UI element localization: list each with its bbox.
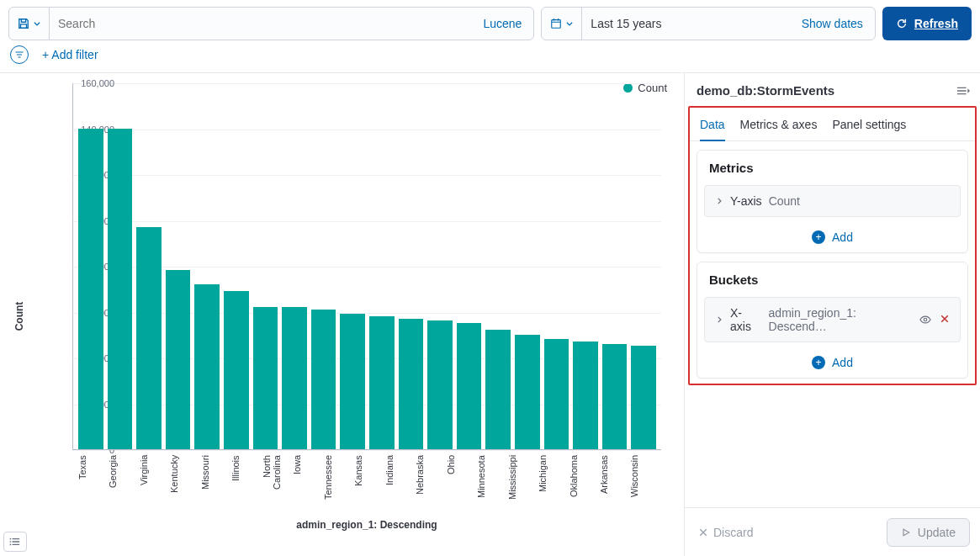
x-tick-label: Ohio bbox=[446, 455, 472, 514]
chart-bar[interactable] bbox=[253, 307, 278, 449]
bucket-value: admin_region_1: Descend… bbox=[769, 306, 913, 333]
x-tick-label: Wisconsin bbox=[629, 455, 655, 514]
add-filter-button[interactable]: + Add filter bbox=[42, 48, 98, 61]
x-tick-label: Iowa bbox=[292, 455, 318, 514]
query-language-button[interactable]: Lucene bbox=[471, 8, 533, 40]
chart-panel: Count Count 020,00040,00060,00080,000100… bbox=[0, 73, 684, 556]
search-input[interactable] bbox=[50, 8, 471, 40]
x-tick-label: Missouri bbox=[200, 455, 226, 514]
buckets-heading: Buckets bbox=[697, 262, 967, 292]
tab-metrics-axes[interactable]: Metrics & axes bbox=[740, 113, 818, 140]
chart-bar[interactable] bbox=[602, 344, 628, 449]
refresh-button[interactable]: Refresh bbox=[882, 7, 972, 40]
filter-icon bbox=[14, 50, 24, 60]
plus-circle-icon: + bbox=[812, 356, 825, 369]
chart-bar[interactable] bbox=[369, 316, 395, 449]
close-icon bbox=[698, 527, 708, 537]
time-picker-button[interactable] bbox=[542, 8, 582, 40]
update-button[interactable]: Update bbox=[887, 518, 970, 547]
svg-point-3 bbox=[10, 544, 12, 546]
collapse-panel-button[interactable] bbox=[956, 86, 970, 96]
x-tick-label: Nebraska bbox=[415, 455, 441, 514]
chevron-right-icon bbox=[715, 197, 723, 205]
x-tick-label: Mississippi bbox=[507, 455, 533, 514]
x-tick-label: Michigan bbox=[538, 455, 564, 514]
saved-query-button[interactable] bbox=[9, 8, 50, 40]
chart-bar[interactable] bbox=[136, 227, 162, 449]
chart-bar[interactable] bbox=[194, 284, 220, 449]
bucket-label: X-axis bbox=[730, 306, 762, 333]
list-icon bbox=[9, 537, 21, 547]
x-tick-label: Texas bbox=[77, 455, 103, 514]
add-metric-button[interactable]: + Add bbox=[697, 224, 967, 252]
chart-bar[interactable] bbox=[427, 320, 453, 449]
x-tick-label: Virginia bbox=[139, 455, 165, 514]
x-tick-label: Georgia bbox=[108, 455, 134, 514]
x-tick-label: Minnesota bbox=[476, 455, 502, 514]
tab-panel-settings[interactable]: Panel settings bbox=[832, 113, 906, 140]
collapse-icon bbox=[956, 86, 970, 96]
play-icon bbox=[901, 527, 911, 537]
eye-icon bbox=[919, 314, 931, 326]
remove-bucket-button[interactable] bbox=[940, 314, 950, 326]
chart-bar[interactable] bbox=[282, 307, 307, 449]
chart-bar[interactable] bbox=[544, 339, 569, 449]
show-dates-button[interactable]: Show dates bbox=[790, 8, 875, 40]
close-icon bbox=[940, 314, 950, 324]
chart-bar[interactable] bbox=[631, 346, 656, 449]
x-tick-label: Kansas bbox=[353, 455, 379, 514]
add-bucket-button[interactable]: + Add bbox=[697, 349, 967, 378]
metrics-section: Metrics Y-axis Count + Add bbox=[697, 150, 968, 253]
x-axis-label: admin_region_1: Descending bbox=[72, 519, 661, 531]
chevron-down-icon bbox=[33, 19, 41, 28]
time-range-display[interactable]: Last 15 years bbox=[582, 8, 789, 40]
config-panel: demo_db:StormEvents DataMetrics & axesPa… bbox=[684, 73, 980, 556]
refresh-icon bbox=[896, 18, 908, 29]
metrics-heading: Metrics bbox=[697, 151, 967, 180]
filter-options-button[interactable] bbox=[10, 45, 29, 64]
legend-toggle-button[interactable] bbox=[3, 532, 27, 552]
chart-bar[interactable] bbox=[399, 319, 424, 449]
chart-bar[interactable] bbox=[311, 310, 336, 449]
chart-plot-area bbox=[72, 83, 661, 450]
plus-circle-icon: + bbox=[812, 230, 825, 244]
chart-bar[interactable] bbox=[340, 314, 365, 449]
highlight-box: DataMetrics & axesPanel settings Metrics… bbox=[688, 106, 977, 385]
svg-rect-0 bbox=[552, 20, 561, 29]
x-tick-label: Illinois bbox=[230, 455, 257, 514]
x-tick-label: Indiana bbox=[384, 455, 411, 514]
metric-value: Count bbox=[769, 194, 800, 208]
discard-button[interactable]: Discard bbox=[698, 526, 753, 539]
calendar-icon bbox=[550, 18, 562, 29]
chart-bar[interactable] bbox=[515, 335, 540, 449]
chart-bar[interactable] bbox=[78, 129, 103, 450]
svg-point-2 bbox=[10, 541, 12, 543]
chart-bar[interactable] bbox=[573, 342, 598, 449]
chart-bar[interactable] bbox=[457, 323, 482, 449]
buckets-section: Buckets X-axis admin_region_1: Descend… bbox=[697, 262, 968, 379]
metric-label: Y-axis bbox=[730, 194, 762, 208]
svg-point-1 bbox=[10, 538, 12, 540]
tab-data[interactable]: Data bbox=[700, 113, 725, 141]
save-icon bbox=[18, 18, 29, 29]
chart-bar[interactable] bbox=[166, 270, 191, 449]
x-tick-label: Kentucky bbox=[169, 455, 195, 514]
toggle-visibility-button[interactable] bbox=[919, 314, 931, 326]
chevron-right-icon bbox=[715, 315, 723, 324]
chart-bar[interactable] bbox=[224, 291, 249, 449]
svg-point-4 bbox=[924, 318, 927, 321]
x-tick-label: North Carolina bbox=[262, 455, 288, 514]
metric-y-axis-row[interactable]: Y-axis Count bbox=[704, 185, 961, 217]
y-axis-label: Count bbox=[13, 301, 25, 331]
chart-bar[interactable] bbox=[485, 330, 511, 449]
chart-bar[interactable] bbox=[108, 129, 133, 450]
chevron-down-icon bbox=[565, 19, 574, 28]
x-tick-label: Arkansas bbox=[599, 455, 625, 514]
x-tick-label: Oklahoma bbox=[569, 455, 595, 514]
index-pattern-title: demo_db:StormEvents bbox=[697, 83, 834, 98]
x-tick-label: Tennessee bbox=[323, 455, 349, 514]
bucket-x-axis-row[interactable]: X-axis admin_region_1: Descend… bbox=[704, 297, 961, 342]
